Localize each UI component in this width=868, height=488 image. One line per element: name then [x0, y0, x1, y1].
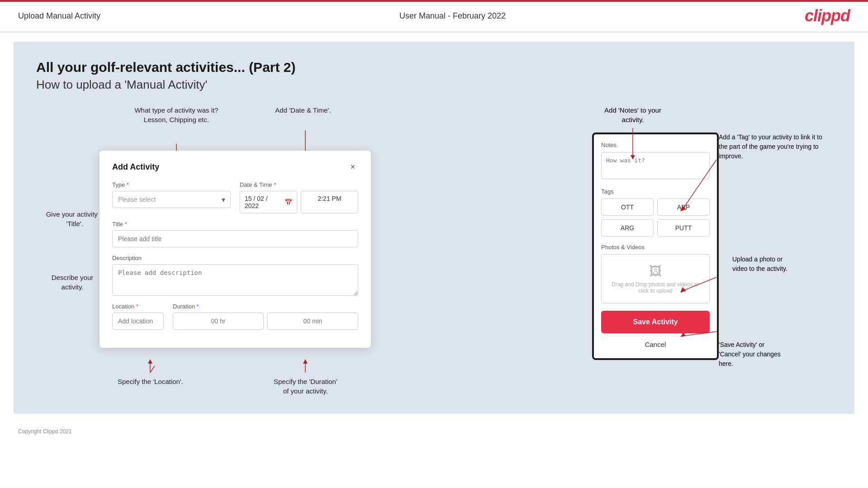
- time-input[interactable]: 2:21 PM: [301, 191, 358, 213]
- description-label: Description: [112, 255, 358, 261]
- svg-marker-10: [148, 359, 152, 364]
- tags-section: Tags OTT APP ARG PUTT: [601, 188, 710, 237]
- description-group: Description: [112, 255, 358, 296]
- type-label: Type *: [112, 181, 231, 188]
- date-input[interactable]: 15 / 02 / 2022 📅: [240, 191, 297, 213]
- page-subheading: How to upload a 'Manual Activity': [36, 78, 832, 92]
- type-select-wrapper: Please select: [112, 191, 231, 208]
- location-group: Location *: [112, 303, 164, 330]
- description-textarea[interactable]: [112, 264, 358, 296]
- title-label: Title *: [112, 221, 358, 227]
- duration-wrapper: [173, 313, 358, 330]
- svg-line-9: [150, 366, 155, 373]
- photos-label: Photos & Videos: [601, 244, 710, 251]
- photos-section: Photos & Videos 🖼 Drag and Drop photos a…: [601, 244, 710, 303]
- type-select[interactable]: Please select: [112, 191, 231, 208]
- page-heading: All your golf-relevant activities... (Pa…: [36, 60, 832, 75]
- date-time-wrapper: 15 / 02 / 2022 📅 2:21 PM: [240, 191, 358, 213]
- location-input[interactable]: [112, 313, 164, 330]
- modal-close-button[interactable]: ×: [347, 161, 358, 172]
- date-time-group: Date & Time * 15 / 02 / 2022 📅 2:21 PM: [240, 181, 358, 213]
- duration-label: Duration *: [173, 303, 358, 310]
- save-activity-button[interactable]: Save Activity: [601, 311, 710, 333]
- annotation-photo: Upload a photo or video to the activity.: [732, 255, 832, 274]
- duration-min-input[interactable]: [267, 313, 358, 330]
- page-title: Upload Manual Activity: [18, 11, 100, 21]
- photo-icon: 🖼: [611, 264, 700, 279]
- type-date-row: Type * Please select Date & Time *: [112, 181, 358, 213]
- top-bar: Upload Manual Activity User Manual - Feb…: [0, 0, 868, 33]
- location-label: Location *: [112, 303, 164, 310]
- annotation-save: 'Save Activity' or 'Cancel' your changes…: [719, 340, 832, 369]
- title-input[interactable]: [112, 230, 358, 247]
- annotation-tag: Add a 'Tag' to your activity to link it …: [719, 133, 832, 161]
- photos-drop-text: Drag and Drop photos and videos or click…: [611, 281, 700, 294]
- modal-title: Add Activity: [112, 162, 159, 172]
- phone-inner: Notes Tags OTT APP ARG PUTT: [594, 134, 717, 358]
- tag-putt[interactable]: PUTT: [657, 219, 710, 237]
- tags-grid: OTT APP ARG PUTT: [601, 199, 710, 237]
- modal-wrapper: Add Activity × Type * Please select: [100, 151, 551, 348]
- annotation-date-time: Add 'Date & Time'.: [258, 105, 348, 115]
- tag-arg[interactable]: ARG: [601, 219, 654, 237]
- tags-label: Tags: [601, 188, 710, 195]
- duration-group: Duration *: [173, 303, 358, 330]
- location-duration-row: Location * Duration *: [112, 303, 358, 330]
- annotation-notes: Add 'Notes' to your activity.: [592, 105, 674, 124]
- phone-frame: Notes Tags OTT APP ARG PUTT: [592, 133, 719, 360]
- notes-section: Notes: [601, 142, 710, 188]
- tag-ott[interactable]: OTT: [601, 199, 654, 216]
- doc-subtitle: User Manual - February 2022: [399, 11, 506, 21]
- tag-app[interactable]: APP: [657, 199, 710, 216]
- modal-header: Add Activity ×: [112, 161, 358, 172]
- svg-marker-12: [303, 359, 308, 364]
- calendar-icon: 📅: [285, 199, 292, 206]
- main-content: All your golf-relevant activities... (Pa…: [14, 42, 854, 414]
- annotation-description: Describe your activity.: [36, 273, 109, 292]
- date-time-label: Date & Time *: [240, 181, 358, 188]
- annotation-location: Specify the 'Location'.: [118, 357, 183, 396]
- cancel-button[interactable]: Cancel: [601, 338, 710, 351]
- annotation-activity-type: What type of activity was it? Lesson, Ch…: [127, 105, 226, 124]
- add-activity-modal: Add Activity × Type * Please select: [100, 151, 371, 348]
- photos-drop-zone[interactable]: 🖼 Drag and Drop photos and videos or cli…: [601, 254, 710, 303]
- annotation-duration: Specify the 'Duration' of your activity.: [274, 357, 337, 396]
- notes-input[interactable]: [601, 152, 710, 179]
- title-group: Title *: [112, 221, 358, 247]
- copyright: Copyright Clippd 2021: [0, 423, 868, 440]
- notes-label: Notes: [601, 142, 710, 148]
- type-group: Type * Please select: [112, 181, 231, 213]
- right-panel: Add 'Notes' to your activity. Add a 'Tag…: [569, 105, 832, 396]
- bottom-annotations: Specify the 'Location'. Specify the 'Dur…: [118, 357, 551, 396]
- clippd-logo: clippd: [805, 6, 850, 25]
- duration-hr-input[interactable]: [173, 313, 264, 330]
